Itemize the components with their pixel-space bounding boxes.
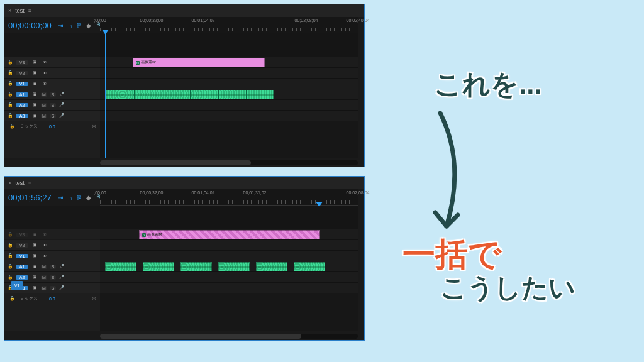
audio-clip[interactable] <box>256 262 287 272</box>
track-lanes[interactable]: fx画像素材 <box>100 206 358 331</box>
toggle-output-icon[interactable]: ▣ <box>31 243 38 248</box>
sequence-tab[interactable]: test <box>15 180 25 186</box>
mix-value[interactable]: 0.0 <box>49 297 55 301</box>
toggle-output-icon[interactable]: ▣ <box>31 102 38 107</box>
solo-button[interactable]: S <box>50 265 56 269</box>
track-label[interactable]: A2 <box>16 103 28 107</box>
snap-icon[interactable]: ∩ <box>68 194 72 201</box>
lock-icon[interactable]: 🔒 <box>9 124 15 129</box>
track-header-v3[interactable]: 🔒 V3 ▣ 👁 <box>4 229 100 240</box>
track-lanes[interactable]: fx画像素材 <box>100 33 358 158</box>
close-tab-icon[interactable]: × <box>8 180 11 186</box>
track-header-a1[interactable]: 🔒 A1 ▣ M S 🎤 <box>4 89 100 100</box>
voiceover-icon[interactable]: 🎤 <box>58 264 65 269</box>
eye-icon[interactable]: 👁 <box>41 233 48 237</box>
current-timecode[interactable]: 00;01;56;27 <box>8 193 52 202</box>
lock-icon[interactable]: 🔒 <box>7 102 13 107</box>
lane-v3[interactable]: fx画像素材 <box>100 57 358 68</box>
linked-selection-icon[interactable]: ⎘ <box>77 22 81 29</box>
toggle-output-icon[interactable]: ▣ <box>31 70 38 75</box>
voiceover-icon[interactable]: 🎤 <box>58 102 65 107</box>
track-label[interactable]: V3 <box>16 233 28 237</box>
playhead[interactable] <box>105 33 106 158</box>
toggle-output-icon[interactable]: ▣ <box>31 60 38 65</box>
audio-clip[interactable] <box>105 262 136 272</box>
track-label[interactable]: V2 <box>16 71 28 75</box>
toggle-output-icon[interactable]: ▣ <box>31 275 38 280</box>
marker-icon[interactable]: ◆ <box>86 22 91 29</box>
audio-clip[interactable] <box>105 90 274 99</box>
lock-icon[interactable]: 🔒 <box>7 70 13 75</box>
mute-button[interactable]: M <box>41 103 47 107</box>
track-header-v1[interactable]: 🔒 V1 ▣ 👁 <box>4 79 100 89</box>
solo-button[interactable]: S <box>50 275 56 280</box>
toggle-output-icon[interactable]: ▣ <box>31 92 38 97</box>
lock-icon[interactable]: 🔒 <box>7 275 13 280</box>
voiceover-icon[interactable]: 🎤 <box>58 285 65 290</box>
toggle-output-icon[interactable]: ▣ <box>31 264 38 269</box>
lock-icon[interactable]: 🔒 <box>7 232 13 237</box>
track-header-v2[interactable]: 🔒 V2 ▣ 👁 <box>4 240 100 251</box>
tie-icon[interactable]: ⋈ <box>92 124 96 129</box>
solo-button[interactable]: S <box>50 286 56 290</box>
current-timecode[interactable]: 00;00;00;00 <box>8 21 52 30</box>
sequence-tab[interactable]: test <box>15 8 25 14</box>
insert-mode-icon[interactable]: ⇥ <box>58 194 63 201</box>
toggle-output-icon[interactable]: ▣ <box>31 81 38 86</box>
toggle-output-icon[interactable]: ▣ <box>31 113 38 118</box>
h-scrollbar[interactable] <box>100 334 358 339</box>
solo-button[interactable]: S <box>50 92 56 97</box>
video-clip[interactable]: fx画像素材 <box>139 230 320 239</box>
lane-a1[interactable] <box>100 89 358 100</box>
voiceover-icon[interactable]: 🎤 <box>58 113 65 118</box>
mute-button[interactable]: M <box>41 114 47 118</box>
track-label[interactable]: A2 <box>16 275 28 280</box>
track-label[interactable]: V2 <box>16 243 28 248</box>
toggle-output-icon[interactable]: ▣ <box>31 232 38 237</box>
track-label[interactable]: A1 <box>16 265 28 269</box>
track-label[interactable]: V1 <box>16 82 28 86</box>
eye-icon[interactable]: 👁 <box>41 254 48 258</box>
mix-value[interactable]: 0.0 <box>49 124 55 129</box>
lock-icon[interactable]: 🔒 <box>7 81 13 86</box>
lock-icon[interactable]: 🔒 <box>7 253 13 258</box>
mute-button[interactable]: M <box>41 275 47 280</box>
audio-clip[interactable] <box>180 262 212 272</box>
track-header-v2[interactable]: 🔒 V2 ▣ 👁 <box>4 68 100 79</box>
track-header-a2[interactable]: 🔒 A2 ▣ M S 🎤 <box>4 100 100 111</box>
track-header-v1[interactable]: 🔒 V1 ▣ 👁 <box>4 251 100 261</box>
snap-icon[interactable]: ∩ <box>68 22 72 29</box>
track-header-v3[interactable]: 🔒 V3 ▣ 👁 <box>4 57 100 68</box>
lock-icon[interactable]: 🔒 <box>7 60 13 65</box>
lane-v2[interactable] <box>100 68 358 79</box>
lock-icon[interactable]: 🔒 <box>7 243 13 248</box>
eye-icon[interactable]: 👁 <box>41 60 48 65</box>
lock-icon[interactable]: 🔒 <box>7 92 13 97</box>
track-label[interactable]: V3 <box>16 60 28 65</box>
lane-a2[interactable] <box>100 100 358 111</box>
scroll-thumb[interactable] <box>100 160 251 165</box>
mute-button[interactable]: M <box>41 265 47 269</box>
lane-a3[interactable] <box>100 111 358 121</box>
solo-button[interactable]: S <box>50 103 56 107</box>
close-tab-icon[interactable]: × <box>8 8 11 14</box>
lane-v1[interactable] <box>100 79 358 89</box>
mute-button[interactable]: M <box>41 92 47 97</box>
track-label[interactable]: V1 <box>16 254 28 258</box>
mute-button[interactable]: M <box>41 286 47 290</box>
audio-clip[interactable] <box>294 262 325 272</box>
lock-icon[interactable]: 🔒 <box>9 296 15 301</box>
insert-mode-icon[interactable]: ⇥ <box>58 22 63 29</box>
source-patch-v1[interactable]: V1 <box>11 281 23 290</box>
solo-button[interactable]: S <box>50 114 56 118</box>
lock-icon[interactable]: 🔒 <box>7 264 13 269</box>
track-header-a1[interactable]: 🔒 A1 ▣ M S 🎤 <box>4 261 100 272</box>
video-clip[interactable]: fx画像素材 <box>133 58 265 67</box>
track-label[interactable]: A3 <box>16 114 28 118</box>
time-ruler[interactable]: ;00;0000;00;32;0000;01;04;0200;02;08;040… <box>100 17 358 33</box>
eye-icon[interactable]: 👁 <box>41 82 48 86</box>
panel-menu-icon[interactable]: ≡ <box>28 8 32 14</box>
playhead[interactable] <box>319 206 319 331</box>
linked-selection-icon[interactable]: ⎘ <box>77 194 81 201</box>
toggle-output-icon[interactable]: ▣ <box>31 253 38 258</box>
